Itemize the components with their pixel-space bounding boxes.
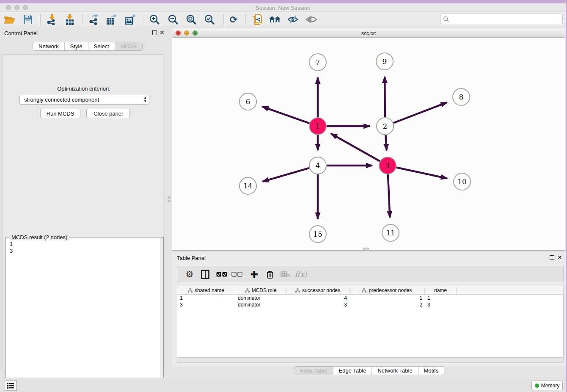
graph-edge-3-11[interactable] [388, 174, 390, 218]
cell-mcds-role[interactable]: dominator [235, 301, 286, 308]
import-table-icon[interactable] [63, 13, 77, 26]
duplicate-network-icon[interactable] [250, 13, 264, 26]
export-image-icon[interactable] [123, 13, 137, 26]
tab-network-table[interactable]: Network Table [372, 367, 418, 375]
graph-edge-2-3[interactable] [385, 135, 386, 150]
mcds-panel: Optimization criterion: strongly connect… [3, 54, 165, 372]
tab-node-table[interactable]: Node Table [294, 367, 333, 375]
chevron-up-down-icon: ▲▼ [144, 96, 146, 103]
column-header-shared-name[interactable]: shared name [177, 286, 235, 294]
run-mcds-button[interactable]: Run MCDS [40, 109, 80, 118]
graph-node-label-3: 3 [385, 161, 390, 170]
graph-edge-1-6[interactable] [262, 107, 309, 123]
add-column-icon[interactable]: ✚ [248, 267, 261, 282]
column-header-name[interactable]: name [425, 286, 457, 294]
tab-mcds[interactable]: MCDS [115, 42, 142, 50]
window-titlebar: Session: New Session [0, 3, 566, 12]
cell-predecessor-nodes[interactable]: 2 [350, 301, 425, 308]
graph-node-label-7: 7 [316, 58, 320, 66]
criterion-dropdown[interactable]: strongly connected component ▲▼ [19, 95, 149, 105]
tab-motifs[interactable]: Motifs [418, 367, 444, 375]
panel-splitter-handle[interactable] [168, 193, 171, 205]
column-layout-icon[interactable] [198, 267, 212, 282]
close-panel-button[interactable]: Close panel [86, 109, 130, 118]
cell-mcds-role[interactable]: dominator [235, 295, 286, 301]
graph-edge-2-8[interactable] [394, 102, 447, 123]
table-horizontal-scrollbar[interactable] [177, 358, 564, 363]
deselect-all-icon[interactable] [230, 267, 244, 282]
import-network-icon[interactable] [44, 13, 59, 26]
cell-name[interactable]: 1 [425, 295, 457, 301]
select-all-icon[interactable] [215, 267, 228, 282]
graph-node-label-2: 2 [383, 122, 388, 130]
mcds-result-item: 1 [10, 241, 13, 248]
cell-shared-name[interactable]: 3 [177, 301, 235, 308]
graph-edge-2-9[interactable] [385, 77, 385, 117]
table-row[interactable]: 3 dominator 3 2 3 [177, 301, 563, 308]
optimization-criterion-label: Optimization criterion: [3, 86, 165, 92]
graph-node-label-6: 6 [246, 97, 250, 106]
graph-node-label-8: 8 [459, 93, 464, 101]
node-table: shared name MCDS role successor nodes pr… [177, 286, 564, 358]
memory-status-icon [535, 384, 539, 388]
home-icon[interactable] [268, 13, 282, 26]
search-input[interactable] [451, 16, 562, 22]
cell-predecessor-nodes[interactable]: 1 [350, 295, 425, 301]
export-network-icon[interactable] [87, 13, 101, 26]
refresh-icon[interactable]: ⟳ [226, 13, 241, 26]
tab-network[interactable]: Network [33, 42, 65, 50]
network-bottom-splitter-handle[interactable] [363, 248, 369, 251]
memory-button[interactable]: Memory [531, 381, 563, 390]
graph-node-label-1: 1 [316, 122, 320, 130]
zoom-in-icon[interactable] [147, 13, 162, 26]
cell-name[interactable]: 3 [425, 301, 457, 308]
graph-edge-3-10[interactable] [396, 167, 447, 178]
table-panel-float-icon[interactable] [550, 255, 554, 260]
hide-elements-icon[interactable] [286, 13, 300, 26]
network-window-titlebar: ✕ − + scc.txt [172, 29, 565, 38]
gear-icon[interactable]: ⚙ [183, 267, 196, 282]
control-panel-close-icon[interactable]: ✕ [160, 30, 165, 35]
task-history-button[interactable] [5, 380, 17, 391]
open-folder-icon[interactable] [2, 13, 17, 26]
column-header-predecessor-nodes[interactable]: predecessor nodes [350, 286, 425, 294]
cell-successor-nodes[interactable]: 3 [286, 301, 350, 308]
window-title: Session: New Session [0, 5, 566, 11]
table-panel: Table Panel ✕ ⚙ ✚ f(x) [172, 252, 566, 367]
graph-node-label-4: 4 [316, 161, 320, 170]
network-graph-canvas[interactable]: 7968124314101511 [172, 38, 565, 250]
tab-edge-table[interactable]: Edge Table [333, 367, 372, 375]
save-icon[interactable] [21, 13, 35, 26]
tab-select[interactable]: Select [88, 42, 115, 50]
function-builder-icon[interactable]: f(x) [294, 267, 308, 282]
zoom-out-icon[interactable] [166, 13, 180, 26]
tab-style[interactable]: Style [65, 42, 88, 50]
criterion-dropdown-value: strongly connected component [24, 97, 99, 103]
toolbar-separator [245, 14, 246, 25]
delete-table-icon[interactable] [278, 267, 292, 282]
graph-node-label-10: 10 [457, 177, 467, 186]
network-window-title: scc.txt [172, 30, 565, 36]
delete-icon[interactable] [263, 267, 277, 282]
show-elements-icon[interactable] [304, 13, 319, 26]
graph-edge-4-14[interactable] [263, 168, 309, 182]
cell-successor-nodes[interactable]: 4 [286, 295, 350, 301]
mcds-result-list: 1 3 [10, 241, 13, 254]
zoom-selected-icon[interactable] [202, 13, 217, 26]
application-window: Session: New Session [0, 3, 566, 392]
graph-edge-3-1[interactable] [331, 134, 380, 161]
result-scrollbar[interactable] [160, 238, 163, 392]
column-header-mcds-role[interactable]: MCDS role [235, 286, 286, 294]
cell-shared-name[interactable]: 1 [177, 295, 235, 301]
export-table-icon[interactable] [104, 13, 118, 26]
control-panel-float-icon[interactable] [152, 30, 157, 35]
shared-column-icon [295, 288, 300, 293]
network-view-window: ✕ − + scc.txt 7968124314101511 [172, 29, 565, 251]
zoom-fit-icon[interactable] [184, 13, 198, 26]
graph-node-label-9: 9 [383, 57, 387, 66]
table-panel-close-icon[interactable]: ✕ [557, 255, 562, 260]
table-row[interactable]: 1 dominator 4 1 1 [177, 295, 563, 301]
table-panel-title: Table Panel [177, 255, 206, 261]
column-header-successor-nodes[interactable]: successor nodes [286, 286, 350, 294]
search-field[interactable] [440, 14, 563, 24]
